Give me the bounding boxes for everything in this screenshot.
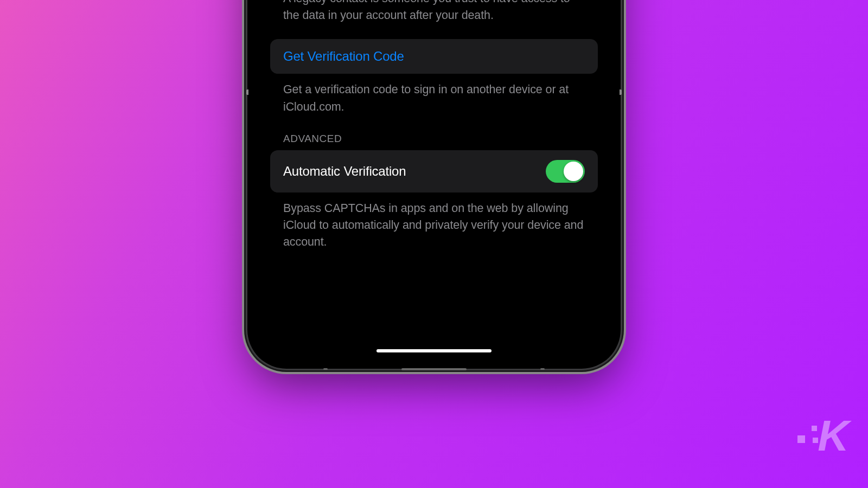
automatic-verification-footer: Bypass CAPTCHAs in apps and on the web b… bbox=[270, 200, 598, 251]
watermark-logo: K bbox=[818, 411, 846, 461]
advanced-section-header: ADVANCED bbox=[270, 133, 598, 145]
phone-side-button bbox=[246, 89, 248, 95]
phone-speaker bbox=[323, 368, 328, 370]
get-verification-code-button[interactable]: Get Verification Code bbox=[270, 39, 598, 74]
toggle-knob bbox=[564, 162, 583, 181]
verification-code-footer: Get a verification code to sign in on an… bbox=[270, 81, 598, 115]
automatic-verification-row: Automatic Verification bbox=[270, 150, 598, 192]
phone-speaker bbox=[540, 368, 545, 370]
legacy-contact-footer: A legacy contact is someone you trust to… bbox=[270, 0, 598, 24]
automatic-verification-toggle[interactable] bbox=[546, 160, 585, 183]
phone-frame: A legacy contact is someone you trust to… bbox=[247, 0, 621, 369]
phone-side-button bbox=[620, 89, 622, 95]
automatic-verification-label: Automatic Verification bbox=[283, 164, 406, 179]
home-indicator[interactable] bbox=[376, 349, 492, 352]
phone-screen: A legacy contact is someone you trust to… bbox=[257, 0, 611, 359]
phone-port bbox=[401, 368, 467, 370]
